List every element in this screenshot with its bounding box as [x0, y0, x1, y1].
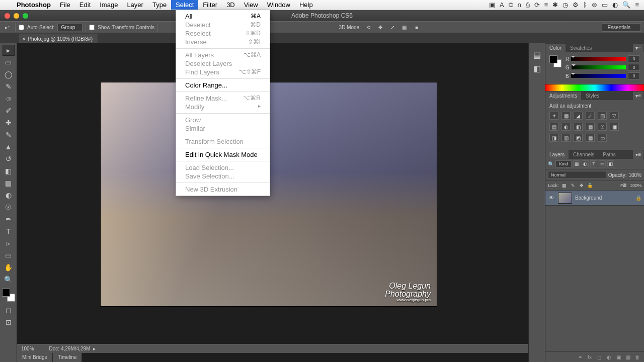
- timeline-tab[interactable]: Timeline: [53, 353, 82, 362]
- adjustments-tab[interactable]: Adjustments: [545, 92, 581, 100]
- delete-layer-icon[interactable]: 🗑: [633, 353, 641, 360]
- b-slider[interactable]: [571, 74, 626, 78]
- adjustment-icon[interactable]: ◐: [561, 123, 571, 131]
- menu-filter[interactable]: Filter: [198, 0, 222, 10]
- document-tab[interactable]: × Photo.jpg @ 100% (RGB/8#): [19, 34, 98, 43]
- lasso-tool[interactable]: ◯: [3, 69, 15, 80]
- menu-file[interactable]: File: [55, 0, 75, 10]
- adjustment-icon[interactable]: ◩: [574, 134, 583, 142]
- adjustment-icon[interactable]: ▭: [598, 134, 607, 142]
- adjustment-icon[interactable]: ▤: [549, 123, 558, 131]
- b-value[interactable]: 0: [628, 72, 640, 79]
- auto-select-dropdown[interactable]: Group: [57, 24, 83, 31]
- menu-layer[interactable]: Layer: [122, 0, 148, 10]
- filter-kind-dropdown[interactable]: Kind: [555, 160, 572, 167]
- panel-menu-icon[interactable]: ▾≡: [633, 44, 643, 52]
- spotlight-icon[interactable]: 🔍: [622, 1, 630, 9]
- eyedropper-tool[interactable]: ✐: [3, 105, 15, 116]
- menu-image[interactable]: Image: [95, 0, 122, 10]
- tray-icon[interactable]: ◐: [612, 1, 618, 9]
- menu-edit[interactable]: Edit: [75, 0, 95, 10]
- adjustment-icon[interactable]: ◨: [549, 134, 558, 142]
- wifi-icon[interactable]: ⊚: [592, 1, 597, 9]
- brush-tool[interactable]: ✎: [3, 129, 15, 140]
- blend-mode-dropdown[interactable]: Normal: [548, 171, 606, 179]
- lock-position-icon[interactable]: ✥: [579, 183, 585, 189]
- tray-icon[interactable]: ⧉: [509, 1, 513, 9]
- 3d-icon[interactable]: ⟲: [364, 23, 373, 32]
- minimize-button[interactable]: [14, 13, 19, 19]
- filter-adjust-icon[interactable]: ◐: [582, 160, 589, 167]
- tray-icon[interactable]: ⟳: [534, 1, 540, 9]
- opacity-value[interactable]: 100%: [628, 172, 641, 178]
- color-swatches[interactable]: [2, 289, 15, 302]
- visibility-icon[interactable]: 👁: [548, 195, 555, 201]
- styles-tab[interactable]: Styles: [582, 92, 603, 100]
- auto-select-checkbox[interactable]: [19, 25, 24, 30]
- filter-icon[interactable]: 🔍: [548, 161, 554, 167]
- lock-all-icon[interactable]: 🔒: [587, 183, 593, 189]
- 3d-icon[interactable]: ✥: [376, 23, 385, 32]
- layer-mask-icon[interactable]: ◻: [595, 353, 603, 360]
- move-tool[interactable]: ▸: [3, 45, 15, 56]
- 3d-icon[interactable]: ▦: [400, 23, 409, 32]
- filter-type-icon[interactable]: T: [590, 160, 597, 167]
- history-panel-icon[interactable]: ▤: [531, 49, 543, 61]
- 3d-icon[interactable]: ■: [412, 23, 421, 32]
- crop-tool[interactable]: ⟃: [3, 93, 15, 104]
- menu-view[interactable]: View: [239, 0, 263, 10]
- link-layers-icon[interactable]: ⚭: [576, 353, 584, 360]
- tray-icon[interactable]: A: [500, 1, 504, 9]
- adjustment-icon[interactable]: ▣: [610, 123, 619, 131]
- mini-bridge-tab[interactable]: Mini Bridge: [17, 353, 53, 362]
- history-brush-tool[interactable]: ↺: [3, 153, 15, 164]
- eraser-tool[interactable]: ◧: [3, 165, 15, 176]
- panel-swatches[interactable]: [549, 55, 561, 67]
- healing-tool[interactable]: ✚: [3, 117, 15, 128]
- close-tab-icon[interactable]: ×: [22, 36, 25, 42]
- filter-pixel-icon[interactable]: ▦: [573, 160, 580, 167]
- doc-info[interactable]: Doc: 4,29M/4,29M: [49, 346, 96, 351]
- pen-tool[interactable]: ✒: [3, 214, 15, 225]
- tray-icon[interactable]: ⎙: [526, 1, 530, 9]
- flag-icon[interactable]: ▭: [602, 1, 608, 9]
- layers-tab[interactable]: Layers: [545, 150, 569, 159]
- type-tool[interactable]: T: [3, 226, 15, 237]
- menu-select[interactable]: Select: [171, 0, 198, 10]
- r-value[interactable]: 0: [628, 55, 640, 62]
- panel-menu-icon[interactable]: ▾≡: [633, 92, 643, 100]
- g-value[interactable]: 0: [628, 64, 640, 71]
- adjustment-icon[interactable]: ▨: [598, 112, 607, 120]
- marquee-tool[interactable]: ▭: [3, 57, 15, 68]
- channels-tab[interactable]: Channels: [569, 150, 598, 159]
- zoom-level[interactable]: 100%: [21, 346, 34, 351]
- menu-help[interactable]: Help: [295, 0, 317, 10]
- layer-thumbnail[interactable]: [558, 193, 572, 204]
- menu-3d[interactable]: 3D: [222, 0, 239, 10]
- panel-menu-icon[interactable]: ▾≡: [633, 150, 643, 159]
- paths-tab[interactable]: Paths: [599, 150, 620, 159]
- menu-item-all[interactable]: All⌘A: [176, 12, 270, 21]
- tray-icon[interactable]: n: [518, 1, 521, 9]
- adjustment-icon[interactable]: ◧: [574, 123, 583, 131]
- blur-tool[interactable]: ◐: [3, 190, 15, 201]
- adjustment-icon[interactable]: ◢: [574, 112, 583, 120]
- tray-icon[interactable]: ✱: [552, 1, 558, 9]
- close-button[interactable]: [5, 13, 10, 19]
- adjustment-icon[interactable]: ▽: [610, 112, 619, 120]
- properties-panel-icon[interactable]: ◧: [531, 62, 543, 74]
- screen-mode-toggle[interactable]: ⊡: [3, 317, 15, 328]
- lock-pixels-icon[interactable]: ✎: [570, 183, 576, 189]
- adjustment-icon[interactable]: ☉: [598, 123, 607, 131]
- adjustment-icon[interactable]: ▦: [586, 134, 595, 142]
- menu-window[interactable]: Window: [263, 0, 295, 10]
- new-group-icon[interactable]: ▣: [614, 353, 622, 360]
- gradient-tool[interactable]: ▦: [3, 177, 15, 189]
- menu-item-color-range[interactable]: Color Range...: [176, 81, 270, 89]
- lock-transparent-icon[interactable]: ▦: [561, 183, 568, 189]
- tray-icon[interactable]: ▣: [489, 1, 495, 9]
- g-slider[interactable]: [572, 65, 626, 69]
- shape-tool[interactable]: ▭: [3, 250, 15, 261]
- zoom-tool[interactable]: 🔍: [3, 274, 15, 285]
- tray-icon[interactable]: ◷: [562, 1, 568, 9]
